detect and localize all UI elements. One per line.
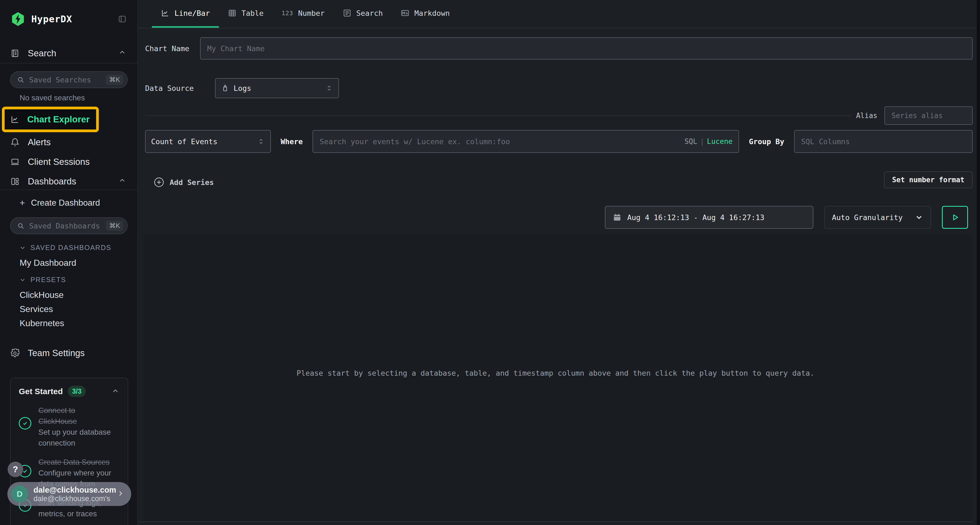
granularity-value: Auto Granularity: [832, 213, 903, 222]
time-controls: Aug 4 16:12:13 - Aug 4 16:27:13 Auto Gra…: [605, 206, 968, 229]
add-series-button[interactable]: Add Series: [153, 175, 214, 189]
alias-label: Alias: [856, 111, 877, 120]
hyperdx-logo-icon: [10, 11, 26, 27]
list-icon: [343, 9, 352, 17]
run-query-button[interactable]: [942, 206, 968, 229]
tab-markdown[interactable]: Markdown: [392, 0, 459, 28]
gs-item-title: Connect to ClickHouse: [38, 406, 77, 425]
lucene-toggle[interactable]: Lucene: [707, 137, 733, 146]
aggregation-select[interactable]: Count of Events: [145, 130, 271, 153]
help-button[interactable]: ?: [8, 462, 23, 477]
where-label: Where: [281, 137, 303, 146]
saved-searches-search[interactable]: ⌘K: [10, 71, 128, 88]
where-input-wrap: SQL|Lucene: [312, 130, 739, 153]
alias-input[interactable]: [885, 106, 973, 125]
plus-circle-icon: [153, 176, 165, 188]
chevron-up-icon[interactable]: [118, 176, 126, 187]
user-secondary: dale@clickhouse.com's: [33, 495, 111, 503]
shortcut-badge: ⌘K: [106, 75, 123, 85]
gear-icon: [10, 349, 20, 358]
sidebar-section-search[interactable]: Search: [0, 44, 137, 63]
sidebar-divider: [0, 63, 137, 63]
tab-table[interactable]: Table: [219, 0, 272, 28]
markdown-icon: [401, 9, 409, 17]
saved-searches-input[interactable]: [29, 76, 102, 84]
bottom-divider: [138, 522, 973, 522]
chevron-right-icon: [116, 489, 125, 499]
chevron-up-icon[interactable]: [111, 387, 119, 396]
add-series-label: Add Series: [170, 178, 214, 187]
no-saved-searches-text: No saved searches: [20, 94, 85, 102]
select-chevrons-icon: [325, 84, 333, 92]
client-sessions-label: Client Sessions: [28, 157, 89, 167]
database-icon: [221, 84, 229, 92]
granularity-select[interactable]: Auto Granularity: [824, 206, 931, 229]
select-chevrons-icon: [257, 138, 265, 145]
saved-dashboards-header[interactable]: SAVED DASHBOARDS: [19, 244, 111, 252]
sidebar-item-preset-services[interactable]: Services: [20, 304, 53, 314]
create-dashboard-label: Create Dashboard: [31, 198, 100, 208]
time-range-value: Aug 4 16:12:13 - Aug 4 16:27:13: [627, 213, 764, 222]
chevron-down-icon: [19, 244, 26, 251]
time-range-picker[interactable]: Aug 4 16:12:13 - Aug 4 16:27:13: [605, 206, 813, 229]
sidebar-item-my-dashboard[interactable]: My Dashboard: [20, 258, 76, 268]
tab-line-bar[interactable]: Line/Bar: [152, 0, 219, 28]
sidebar-item-client-sessions[interactable]: Client Sessions: [0, 155, 137, 169]
progress-badge: 3/3: [68, 386, 86, 397]
scrollbar[interactable]: [977, 0, 980, 525]
empty-state-message: Please start by selecting a database, ta…: [138, 369, 973, 377]
set-number-format-button[interactable]: Set number format: [884, 171, 973, 188]
chevron-up-icon[interactable]: [118, 48, 126, 59]
sidebar-item-alerts[interactable]: Alerts: [0, 135, 137, 149]
chevron-down-icon: [915, 213, 923, 222]
sidebar-item-preset-kubernetes[interactable]: Kubernetes: [20, 318, 64, 328]
sidebar-item-chart-explorer[interactable]: Chart Explorer: [2, 106, 99, 132]
check-circle-icon: [19, 417, 31, 430]
create-dashboard-button[interactable]: + Create Dashboard: [20, 197, 100, 208]
tab-search[interactable]: Search: [334, 0, 392, 28]
chart-type-tabs: Line/Bar Table 123 Number: [138, 0, 977, 28]
sidebar-item-team-settings[interactable]: Team Settings: [0, 346, 137, 360]
group-by-input[interactable]: [794, 130, 973, 153]
user-menu[interactable]: D dale@clickhouse.com dale@clickhouse.co…: [7, 482, 131, 506]
sidebar-header: HyperDX: [10, 11, 127, 27]
aggregation-value: Count of Events: [151, 137, 218, 146]
sidebar-collapse-icon[interactable]: [118, 15, 127, 24]
calendar-icon: [612, 213, 622, 222]
search-icon: [17, 222, 25, 230]
data-source-value: Logs: [234, 84, 251, 92]
get-started-header[interactable]: Get Started 3/3: [19, 386, 119, 397]
data-source-row: Data Source Logs: [145, 78, 339, 98]
sidebar-item-preset-clickhouse[interactable]: ClickHouse: [20, 290, 64, 300]
laptop-icon: [10, 157, 20, 167]
dashboards-label: Dashboards: [28, 176, 76, 187]
shortcut-badge: ⌘K: [106, 220, 123, 231]
where-input[interactable]: [312, 130, 739, 153]
get-started-title: Get Started: [19, 387, 63, 396]
search-section-label: Search: [28, 48, 56, 59]
sidebar-item-dashboards[interactable]: Dashboards: [0, 174, 137, 189]
get-started-item-connect[interactable]: Connect to ClickHouse Set up your databa…: [19, 405, 119, 449]
user-email: dale@clickhouse.com: [33, 485, 111, 495]
alerts-label: Alerts: [28, 137, 51, 148]
data-source-select[interactable]: Logs: [215, 78, 339, 98]
gs-item-subtitle: Set up your database connection: [38, 428, 111, 447]
chart-name-input[interactable]: [200, 37, 973, 60]
brand-name: HyperDX: [31, 14, 72, 24]
gs-item-title: Create Data Sources: [38, 458, 110, 466]
tab-number[interactable]: 123 Number: [272, 0, 334, 28]
main-content: Line/Bar Table 123 Number: [138, 0, 980, 525]
saved-dashboards-search[interactable]: ⌘K: [10, 217, 128, 234]
line-chart-icon: [10, 115, 20, 124]
chart-placeholder-panel: [143, 235, 972, 522]
search-icon: [17, 76, 25, 84]
bell-icon: [10, 138, 20, 147]
saved-dashboards-input[interactable]: [29, 222, 102, 230]
sidebar-divider: [0, 190, 137, 190]
presets-header[interactable]: PRESETS: [19, 276, 66, 284]
sql-toggle[interactable]: SQL: [684, 137, 697, 146]
group-by-label: Group By: [749, 137, 784, 146]
query-language-toggle[interactable]: SQL|Lucene: [684, 137, 733, 146]
avatar: D: [11, 485, 28, 503]
alias-row: Alias: [856, 106, 973, 125]
